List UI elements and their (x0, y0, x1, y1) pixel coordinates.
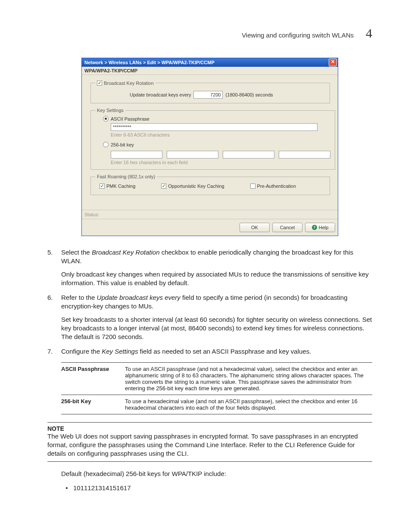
desc-cell: To use an ASCII passphrase (and not a he… (125, 362, 372, 395)
step-text: Configure the (61, 348, 102, 355)
broadcast-checkbox-label: Broadcast Key Rotation (104, 81, 154, 86)
preauth-label: Pre-Authentication (257, 184, 296, 189)
step-italic: Key Settings (102, 348, 138, 355)
page-header-title: Viewing and configuring switch WLANs (242, 31, 354, 39)
key256-radio[interactable]: 256-bit key (103, 142, 134, 147)
step-text: field as needed to set an ASCII Passphra… (138, 348, 311, 355)
step-text: Refer to the (61, 294, 97, 301)
step-5-para: Only broadcast key changes when required… (61, 270, 372, 288)
update-range-label: (1800-86400) seconds (225, 92, 273, 97)
step-italic: Update broadcast keys every (97, 294, 181, 301)
ok-button[interactable]: OK (240, 223, 270, 232)
checkbox-icon: ✓ (161, 184, 166, 189)
desc-cell: To use a hexadecimal value (and not an A… (125, 395, 372, 414)
term-cell: 256-bit Key (61, 395, 125, 414)
radio-icon (103, 142, 109, 147)
chapter-number: 4 (366, 26, 372, 40)
step-number: 5. (47, 248, 53, 257)
update-interval-input[interactable]: 7200 (193, 91, 223, 99)
dialog-subhead: WPA/WPA2-TKIP/CCMP (82, 67, 338, 75)
help-icon: ? (312, 225, 317, 230)
term-cell: ASCII Passphrase (61, 362, 125, 395)
list-item: 1011121314151617 (73, 484, 372, 492)
step-6: 6. Refer to the Update broadcast keys ev… (47, 293, 372, 341)
hex-field-1[interactable] (111, 151, 162, 159)
hex-field-2[interactable] (167, 151, 218, 159)
pmk-caching-checkbox[interactable]: ✓ PMK Caching (100, 184, 135, 189)
key-settings-legend: Key Settings (95, 108, 125, 113)
step-5: 5. Select the Broadcast Key Rotation che… (47, 248, 372, 287)
update-keys-label: Update broadcast keys every (130, 92, 191, 97)
note-heading: NOTE (47, 425, 372, 432)
ascii-passphrase-input[interactable]: ********** (111, 123, 318, 131)
ascii-passphrase-radio[interactable]: ASCII Passphrase (103, 116, 149, 121)
key-settings-group: Key Settings ASCII Passphrase **********… (90, 108, 335, 170)
opportunistic-caching-checkbox[interactable]: ✓ Opportunistic Key Caching (161, 184, 224, 189)
close-icon[interactable]: ✕ (329, 59, 337, 66)
dialog-title: Network > Wireless LANs > Edit > WPA/WPA… (84, 60, 215, 65)
step-italic: Broadcast Key Rotation (92, 249, 160, 256)
help-button[interactable]: ? Help (305, 223, 335, 232)
checkbox-icon: ✓ (97, 81, 102, 86)
step-7: 7. Configure the Key Settings field as n… (47, 347, 372, 356)
table-row: 256-bit Key To use a hexadecimal value (… (61, 395, 372, 414)
note-body: The Web UI does not support saving passp… (47, 432, 372, 458)
step-text: Select the (61, 249, 92, 256)
broadcast-key-rotation-group: ✓ Broadcast Key Rotation Update broadcas… (90, 80, 330, 103)
dialog-titlebar: Network > Wireless LANs > Edit > WPA/WPA… (82, 58, 338, 67)
opp-label: Opportunistic Key Caching (168, 184, 224, 189)
fast-roaming-legend: Fast Roaming (802.1x only) (95, 174, 157, 179)
preauth-checkbox[interactable]: Pre-Authentication (250, 184, 296, 189)
definitions-table: ASCII Passphrase To use an ASCII passphr… (61, 362, 372, 414)
checkbox-icon: ✓ (100, 184, 105, 189)
key256-hint: Enter 16 hex characters in each field (111, 160, 330, 165)
cancel-button[interactable]: Cancel (272, 223, 302, 232)
step-number: 7. (47, 347, 53, 356)
key256-radio-label: 256-bit key (111, 142, 134, 147)
radio-icon (103, 116, 109, 121)
pmk-label: PMK Caching (106, 184, 135, 189)
dialog-window: Network > Wireless LANs > Edit > WPA/WPA… (81, 58, 338, 236)
status-label: Status: (82, 210, 338, 219)
ascii-radio-label: ASCII Passphrase (111, 116, 149, 121)
hex-field-4[interactable] (279, 151, 330, 159)
checkbox-icon (250, 184, 255, 189)
help-button-label: Help (319, 225, 329, 230)
note-block: NOTE The Web UI does not support saving … (47, 422, 372, 462)
broadcast-key-rotation-checkbox[interactable]: ✓ Broadcast Key Rotation (97, 81, 154, 86)
step-number: 6. (47, 293, 53, 302)
step-6-para: Set key broadcasts to a shorter interval… (61, 315, 372, 342)
fast-roaming-group: Fast Roaming (802.1x only) ✓ PMK Caching… (90, 174, 330, 195)
after-note-intro: Default (hexadecimal) 256-bit keys for W… (61, 470, 372, 478)
ascii-hint: Enter 8-63 ASCII characters (111, 132, 330, 137)
table-row: ASCII Passphrase To use an ASCII passphr… (61, 362, 372, 395)
hex-field-3[interactable] (223, 151, 274, 159)
